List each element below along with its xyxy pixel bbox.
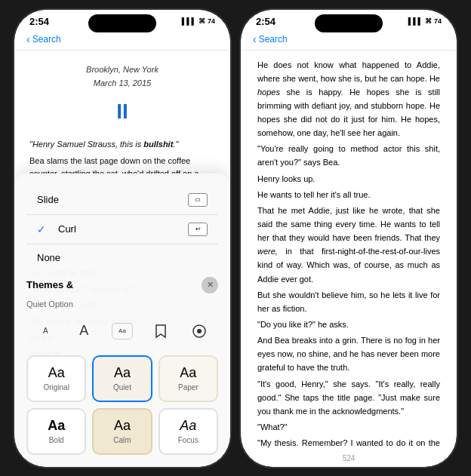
slide-label: Slide [37,194,59,205]
quiet-option-label: Quiet Option [26,299,218,309]
theme-focus-label: Focus [178,436,199,444]
theme-quiet-inner: Aa Quiet [94,357,150,401]
theme-quiet-label: Quiet [113,383,131,392]
signal-icon: ▌▌▌ [182,17,196,25]
theme-grid: Aa Original Aa Quiet Aa Paper [26,355,218,455]
themes-title: Themes & [26,279,73,290]
left-status-time: 2:54 [29,16,49,27]
wifi-icon: ⌘ [199,17,205,25]
font-selector-button[interactable]: Aa [109,321,136,342]
right-reading-content: He does not know what happened to Addie,… [241,51,457,450]
themes-header: Themes & ✕ [26,277,218,293]
dynamic-island-right [315,14,383,32]
left-nav-bar: ‹ Search [14,30,230,51]
right-phone-inner: 2:54 ▌▌▌ ⌘ 74 ‹ Search He does not kno [241,10,457,467]
check-icon: ✓ [37,223,46,235]
none-option-left: None [37,252,60,263]
book-header: Brooklyn, New York March 13, 2015 II [29,63,215,129]
theme-bold-inner: Aa Bold [28,410,85,453]
chevron-left-icon: ‹ [26,33,30,45]
right-status-time: 2:54 [256,16,276,27]
theme-paper-label: Paper [178,383,199,392]
left-back-label: Search [32,34,61,45]
font-toolbar: A A Aa [26,315,218,348]
right-wifi-icon: ⌘ [425,17,432,25]
svg-point-1 [197,329,202,333]
theme-calm-inner: Aa Calm [94,410,150,453]
slide-icon: ▭ [188,193,208,207]
theme-calm-label: Calm [113,436,131,444]
none-label: None [37,252,60,263]
font-icon: Aa [112,323,133,339]
theme-quiet-aa: Aa [114,365,131,382]
right-status-icons: ▌▌▌ ⌘ 74 [408,17,442,25]
left-status-icons: ▌▌▌ ⌘ 74 [182,17,215,25]
phones-container: 2:54 ▌▌▌ ⌘ 74 ‹ Search [5,1,466,476]
curl-label: Curl [58,223,76,235]
text-size-small-button[interactable]: A [32,321,59,342]
right-back-button[interactable]: ‹ Search [253,33,288,45]
right-back-label: Search [259,34,288,45]
theme-paper-inner: Aa Paper [160,357,217,401]
slide-options-panel: Slide ▭ ✓ Curl ↩ [26,186,218,271]
curl-icon: ↩ [188,223,208,236]
right-phone: 2:54 ▌▌▌ ⌘ 74 ‹ Search He does not kno [239,8,458,468]
battery-icon: 74 [208,17,215,25]
left-phone-inner: 2:54 ▌▌▌ ⌘ 74 ‹ Search [14,10,230,467]
theme-bold-aa: Aa [48,418,65,435]
right-signal-icon: ▌▌▌ [408,17,423,25]
theme-original-aa: Aa [48,365,65,382]
theme-calm-aa: Aa [114,418,131,435]
dynamic-island-left [88,14,156,32]
theme-card-original[interactable]: Aa Original [26,355,86,402]
right-nav-bar: ‹ Search [241,30,457,51]
eye-icon [192,324,207,339]
text-size-large-button[interactable]: A [70,321,97,342]
theme-bold-label: Bold [49,436,64,444]
book-location: Brooklyn, New York March 13, 2015 [29,63,215,90]
theme-focus-aa: Aa [180,418,196,435]
theme-card-paper[interactable]: Aa Paper [159,355,218,402]
theme-original-label: Original [43,383,69,392]
slide-option-slide[interactable]: Slide ▭ [26,186,218,215]
theme-card-focus[interactable]: Aa Focus [159,408,218,455]
curl-option-left: ✓ Curl [37,223,76,235]
bookmark-icon [155,324,167,339]
theme-card-quiet[interactable]: Aa Quiet [92,355,152,402]
theme-original-inner: Aa Original [28,357,85,401]
left-phone: 2:54 ▌▌▌ ⌘ 74 ‹ Search [13,8,232,468]
overlay-panel: Slide ▭ ✓ Curl ↩ [14,174,230,467]
slide-option-none[interactable]: None [26,244,218,271]
bookmark-button[interactable] [147,321,174,342]
slide-option-left: Slide [37,194,59,205]
slide-option-curl[interactable]: ✓ Curl ↩ [26,215,218,244]
page-number: 524 [241,450,457,467]
theme-focus-inner: Aa Focus [160,410,217,453]
right-chevron-left-icon: ‹ [253,33,257,45]
theme-paper-aa: Aa [180,365,196,382]
display-settings-button[interactable] [186,321,213,342]
book-chapter: II [29,94,215,129]
theme-card-bold[interactable]: Aa Bold [26,408,86,455]
themes-close-button[interactable]: ✕ [202,277,218,293]
left-back-button[interactable]: ‹ Search [26,33,61,45]
right-battery-icon: 74 [434,17,442,25]
theme-card-calm[interactable]: Aa Calm [92,408,152,455]
